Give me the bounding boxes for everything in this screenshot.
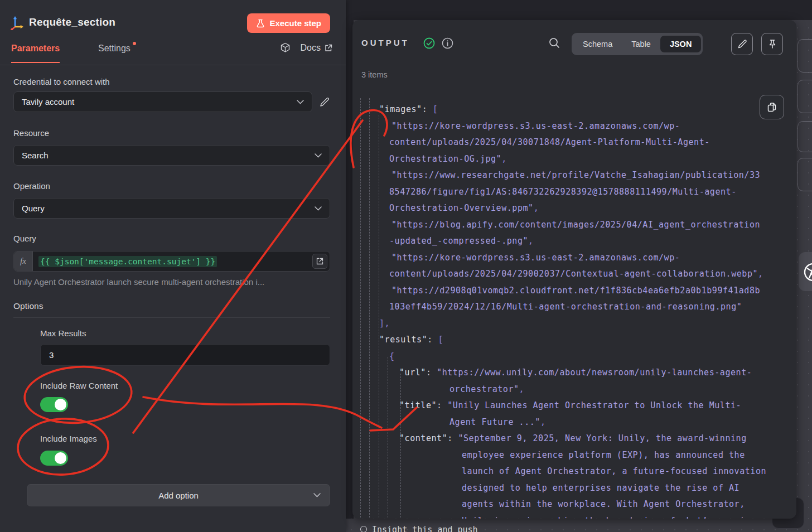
canvas-edge-box[interactable] bbox=[798, 39, 812, 72]
node-axes-icon bbox=[9, 14, 25, 30]
cube-icon[interactable] bbox=[280, 42, 291, 53]
include-raw-content-toggle[interactable] bbox=[40, 397, 68, 412]
include-images-label: Include Images bbox=[40, 434, 97, 443]
chevron-down-icon bbox=[313, 493, 321, 497]
modal-backdrop bbox=[346, 0, 812, 20]
operation-select[interactable]: Query bbox=[13, 198, 330, 219]
items-count: 3 items bbox=[361, 70, 388, 79]
output-view-switcher: Schema Table JSON bbox=[572, 33, 703, 55]
resource-label: Resource bbox=[13, 128, 49, 138]
operation-label: Operation bbox=[13, 181, 50, 191]
query-evaluated-preview: Unily Agent Orchestrator launch secure m… bbox=[13, 277, 331, 287]
query-label: Query bbox=[13, 234, 36, 243]
edit-output-button[interactable] bbox=[731, 33, 753, 55]
settings-notification-dot bbox=[133, 42, 136, 45]
output-panel: OUTPUT Schema T bbox=[352, 20, 796, 519]
node-header: Requête_section Execute step bbox=[0, 0, 346, 35]
options-heading: Options bbox=[13, 301, 43, 311]
credential-label: Credential to connect with bbox=[13, 77, 110, 86]
chevron-down-icon bbox=[315, 206, 322, 211]
chevron-down-icon bbox=[315, 153, 322, 158]
pencil-icon bbox=[737, 39, 747, 49]
query-expression-value[interactable]: {{ $json['message.content.sujet'] }} bbox=[38, 256, 217, 267]
screen: Insight this and push Requête_section bbox=[0, 0, 812, 532]
query-expression-field[interactable]: fx {{ $json['message.content.sujet'] }} bbox=[13, 251, 330, 272]
parameters-tabbar: Parameters Settings Docs bbox=[0, 35, 346, 65]
tab-settings[interactable]: Settings bbox=[98, 43, 130, 54]
tab-table[interactable]: Table bbox=[622, 36, 660, 52]
magnifier-icon bbox=[360, 526, 367, 532]
canvas-edge-box[interactable] bbox=[798, 121, 812, 152]
clipped-caption: Insight this and push bbox=[360, 525, 478, 532]
tab-schema[interactable]: Schema bbox=[573, 36, 622, 52]
credential-select[interactable]: Tavily account bbox=[13, 91, 312, 112]
execute-step-button[interactable]: Execute step bbox=[247, 13, 330, 33]
output-title: OUTPUT bbox=[361, 38, 409, 47]
max-results-input[interactable] bbox=[40, 344, 330, 366]
pin-icon bbox=[767, 39, 777, 49]
node-parameters-panel: Requête_section Execute step Parameters … bbox=[0, 0, 346, 532]
search-icon[interactable] bbox=[548, 37, 560, 49]
node-title: Requête_section bbox=[29, 16, 115, 28]
external-link-icon bbox=[325, 44, 332, 52]
divider bbox=[13, 317, 330, 318]
success-check-icon bbox=[423, 37, 435, 49]
fx-icon: fx bbox=[14, 252, 33, 271]
docs-link[interactable]: Docs bbox=[301, 43, 332, 53]
flask-icon bbox=[256, 19, 265, 28]
copy-icon bbox=[767, 102, 777, 113]
max-results-label: Max Results bbox=[40, 328, 86, 338]
include-images-toggle[interactable] bbox=[40, 451, 68, 466]
canvas-edge-box[interactable] bbox=[798, 80, 812, 113]
openai-node-partial[interactable] bbox=[799, 252, 812, 291]
json-view[interactable]: "images": ["https://kore-wordpress.s3.us… bbox=[352, 95, 796, 519]
edit-credential-button[interactable] bbox=[319, 96, 331, 108]
add-option-button[interactable]: Add option bbox=[27, 484, 330, 506]
open-expression-editor-button[interactable] bbox=[312, 254, 327, 269]
info-icon[interactable] bbox=[442, 37, 453, 49]
canvas-edge-box[interactable] bbox=[798, 158, 812, 191]
chevron-down-icon bbox=[297, 100, 304, 104]
tab-parameters[interactable]: Parameters bbox=[11, 43, 60, 54]
output-header: OUTPUT Schema T bbox=[352, 20, 796, 68]
tab-json[interactable]: JSON bbox=[660, 36, 702, 52]
resource-select[interactable]: Search bbox=[13, 145, 330, 166]
copy-output-button[interactable] bbox=[760, 95, 784, 119]
pin-output-button[interactable] bbox=[761, 33, 783, 55]
include-raw-content-label: Include Raw Content bbox=[40, 381, 118, 390]
json-code: "images": ["https://kore-wordpress.s3.us… bbox=[352, 101, 796, 519]
